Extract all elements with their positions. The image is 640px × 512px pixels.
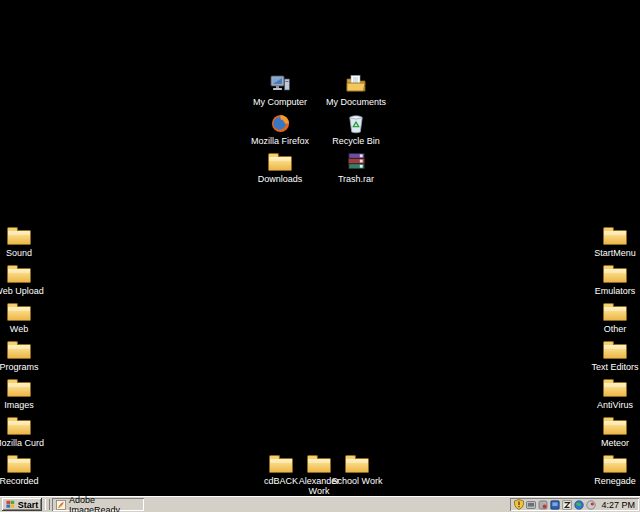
desktop-icon-recorded[interactable]: Recorded bbox=[0, 452, 51, 486]
icon-label: My Documents bbox=[326, 97, 386, 107]
icon-label: Mozilla Curd bbox=[0, 438, 44, 448]
start-button[interactable]: Start bbox=[2, 498, 42, 511]
folder-icon bbox=[603, 300, 627, 322]
icon-label: Renegade bbox=[594, 476, 636, 486]
folder-icon bbox=[7, 414, 31, 436]
icon-label: StartMenu bbox=[594, 248, 636, 258]
icon-label: Trash.rar bbox=[338, 174, 374, 184]
icon-label: Recorded bbox=[0, 476, 39, 486]
icon-label: Other bbox=[604, 324, 627, 334]
task-button-label: Adobe ImageReady bbox=[69, 495, 144, 512]
globe-icon[interactable] bbox=[574, 500, 584, 510]
icon-label: AntiVirus bbox=[597, 400, 633, 410]
folder-icon bbox=[7, 338, 31, 360]
recycle-bin-icon bbox=[346, 112, 366, 134]
desktop-icon-mozilla-firefox[interactable]: Mozilla Firefox bbox=[248, 112, 312, 146]
desktop-icon-trash-rar[interactable]: Trash.rar bbox=[324, 150, 388, 184]
icon-label: Meteor bbox=[601, 438, 629, 448]
taskbar-clock[interactable]: 4:27 PM bbox=[601, 500, 635, 510]
icon-label: Downloads bbox=[258, 174, 303, 184]
desktop-icon-other[interactable]: Other bbox=[583, 300, 640, 334]
folder-icon bbox=[603, 224, 627, 246]
my-documents-icon bbox=[345, 73, 367, 95]
folder-icon bbox=[603, 452, 627, 474]
desktop-icon-my-computer[interactable]: My Computer bbox=[248, 73, 312, 107]
desktop-icon-renegade[interactable]: Renegade bbox=[583, 452, 640, 486]
desktop-icon-startmenu[interactable]: StartMenu bbox=[583, 224, 640, 258]
folder-icon bbox=[7, 262, 31, 284]
folder-icon bbox=[345, 452, 369, 474]
folder-icon bbox=[7, 452, 31, 474]
icon-label: Text Editors bbox=[591, 362, 638, 372]
taskbar: Start Adobe ImageReady bbox=[0, 496, 640, 512]
volume-icon[interactable] bbox=[538, 500, 548, 510]
icon-label: Recycle Bin bbox=[332, 136, 380, 146]
folder-icon bbox=[7, 376, 31, 398]
system-tray: 4:27 PM bbox=[510, 498, 639, 511]
desktop-icon-images[interactable]: Images bbox=[0, 376, 51, 410]
desktop-icon-web-upload[interactable]: Web Upload bbox=[0, 262, 51, 296]
desktop-icon-antivirus[interactable]: AntiVirus bbox=[583, 376, 640, 410]
desktop: My Computer My Documents Mozilla Firefox bbox=[0, 0, 640, 496]
icon-label: Emulators bbox=[595, 286, 636, 296]
imageready-icon bbox=[56, 500, 66, 510]
folder-icon bbox=[7, 224, 31, 246]
desktop-icon-sound[interactable]: Sound bbox=[0, 224, 51, 258]
desktop-icon-school-work[interactable]: School Work bbox=[325, 452, 389, 486]
icon-label: Images bbox=[4, 400, 34, 410]
folder-icon bbox=[603, 376, 627, 398]
icon-label: My Computer bbox=[253, 97, 307, 107]
hardware-icon[interactable] bbox=[526, 500, 536, 510]
desktop-icon-meteor[interactable]: Meteor bbox=[583, 414, 640, 448]
taskbar-grip bbox=[45, 499, 50, 510]
desktop-icon-my-documents[interactable]: My Documents bbox=[324, 73, 388, 107]
folder-icon bbox=[7, 300, 31, 322]
desktop-icon-recycle-bin[interactable]: Recycle Bin bbox=[324, 112, 388, 146]
winrar-archive-icon bbox=[347, 150, 366, 172]
task-button-adobe-imageready[interactable]: Adobe ImageReady bbox=[52, 498, 144, 511]
icon-label: Sound bbox=[6, 248, 32, 258]
windows-flag-icon bbox=[6, 500, 15, 509]
icon-label: Programs bbox=[0, 362, 39, 372]
messenger-icon[interactable] bbox=[550, 500, 560, 510]
zonealarm-icon[interactable] bbox=[562, 500, 572, 510]
icon-label: School Work bbox=[332, 476, 383, 486]
desktop-icon-text-editors[interactable]: Text Editors bbox=[583, 338, 640, 372]
desktop-icon-emulators[interactable]: Emulators bbox=[583, 262, 640, 296]
folder-icon bbox=[603, 414, 627, 436]
desktop-icon-web[interactable]: Web bbox=[0, 300, 51, 334]
icon-label: Mozilla Firefox bbox=[251, 136, 309, 146]
start-button-label: Start bbox=[18, 500, 39, 510]
folder-icon bbox=[603, 338, 627, 360]
update-icon[interactable] bbox=[586, 500, 596, 510]
security-shield-icon[interactable] bbox=[514, 499, 524, 510]
firefox-icon bbox=[270, 112, 291, 134]
desktop-icon-mozilla-curd[interactable]: Mozilla Curd bbox=[0, 414, 51, 448]
icon-label: Web Upload bbox=[0, 286, 44, 296]
folder-icon bbox=[268, 150, 292, 172]
my-computer-icon bbox=[269, 73, 291, 95]
folder-icon bbox=[603, 262, 627, 284]
desktop-icon-programs[interactable]: Programs bbox=[0, 338, 51, 372]
icon-label: Web bbox=[10, 324, 28, 334]
desktop-icon-downloads[interactable]: Downloads bbox=[248, 150, 312, 184]
